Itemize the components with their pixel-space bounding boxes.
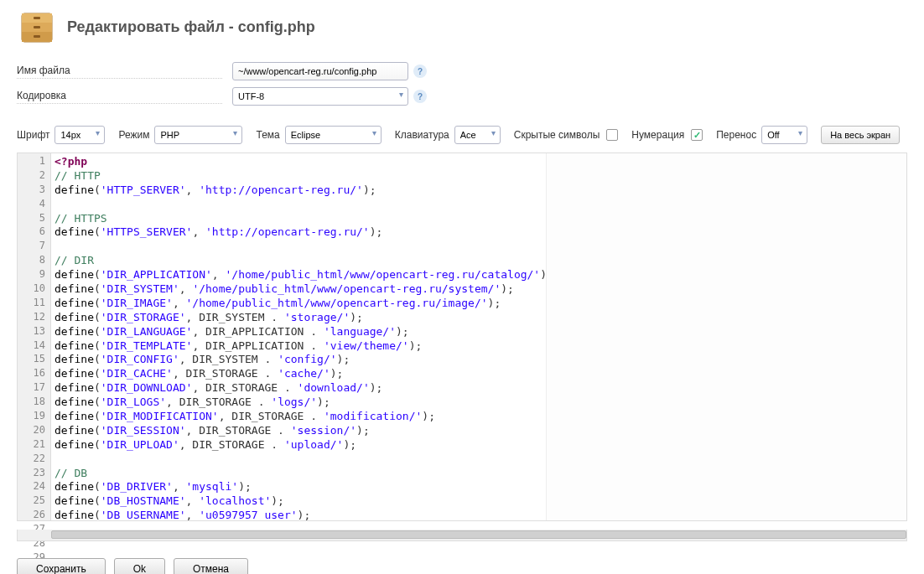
filename-label: Имя файла [17,65,222,79]
encoding-label: Кодировка [17,90,222,104]
form-section: Имя файла ? Кодировка UTF-8 ? [0,54,924,121]
hidden-chars-label: Скрытые символы [514,129,600,141]
filename-input[interactable] [232,62,408,80]
numbering-checkbox[interactable] [691,129,703,141]
mode-select[interactable]: PHP [154,126,242,144]
theme-select[interactable]: Eclipse [285,126,382,144]
drawer-icon [17,7,57,47]
svg-rect-6 [34,35,40,38]
save-button[interactable]: Сохранить [17,558,106,574]
page-title: Редактировать файл - config.php [67,18,315,36]
editor-margin [546,153,906,520]
fullscreen-button[interactable]: На весь экран [821,126,900,144]
help-icon[interactable]: ? [413,65,427,78]
footer-buttons: Сохранить Ok Отмена [0,541,924,574]
keyboard-label: Клавиатура [395,129,449,141]
cancel-button[interactable]: Отмена [174,558,248,574]
wrap-label: Перенос [716,129,756,141]
mode-label: Режим [118,129,149,141]
help-icon[interactable]: ? [413,90,427,103]
horizontal-scrollbar[interactable] [17,530,907,541]
keyboard-select[interactable]: Ace [454,126,501,144]
hidden-chars-checkbox[interactable] [606,129,618,141]
svg-rect-4 [34,17,40,19]
wrap-select[interactable]: Off [761,126,807,144]
code-area[interactable]: <?php// HTTPdefine('HTTP_SERVER', 'http:… [51,153,546,520]
header: Редактировать файл - config.php [0,0,924,54]
ok-button[interactable]: Ok [114,558,165,574]
code-editor[interactable]: 1234567891011121314151617181920212223242… [17,153,907,521]
editor-toolbar: Шрифт 14px Режим PHP Тема Eclipse Клавиа… [0,121,924,149]
svg-rect-5 [34,26,40,28]
theme-label: Тема [256,129,279,141]
font-select[interactable]: 14px [55,126,105,144]
scrollbar-thumb[interactable] [51,530,906,539]
font-label: Шрифт [17,129,49,141]
encoding-select[interactable]: UTF-8 [232,87,408,106]
numbering-label: Нумерация [631,129,684,141]
line-gutter: 1234567891011121314151617181920212223242… [18,153,51,520]
